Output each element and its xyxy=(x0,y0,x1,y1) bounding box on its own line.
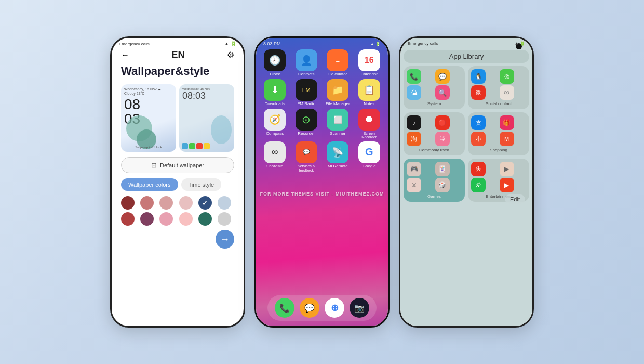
settings-icon[interactable]: ⚙ xyxy=(227,50,234,60)
tab-time-style[interactable]: Time style xyxy=(181,178,222,191)
compass-label: Compass xyxy=(266,132,284,136)
common-label: Commonly used xyxy=(407,148,462,152)
page-title: Wallpaper&style xyxy=(121,64,234,78)
color-swatch-7[interactable] xyxy=(140,212,154,226)
fi-taobao: 淘 xyxy=(407,132,421,146)
app-file-manager[interactable]: 📁 File Manager xyxy=(323,79,353,107)
system-label: System xyxy=(407,101,462,106)
files-icon: 📁 xyxy=(327,79,348,101)
dock-phone[interactable]: 📞 xyxy=(275,298,294,318)
middle-status-bar: 8:03 PM ▲ 🔋 xyxy=(256,38,388,47)
folder-shopping[interactable]: 支 🎁 小 M Shopping xyxy=(468,112,529,155)
social-folder-icons: 🐧 微 微 ∞ xyxy=(471,69,526,100)
fi-toutiao: 头 xyxy=(471,162,486,176)
fi-msg: 💬 xyxy=(435,69,450,84)
entertainment-folder-icons: 头 ▶ 爱 ▶ xyxy=(471,162,526,192)
folder-system[interactable]: 📞 💬 🌤 🔍 System xyxy=(404,66,465,109)
app-compass[interactable]: 🧭 Compass xyxy=(260,109,290,139)
left-status-bar: Emergency calls ▲ 🔋 xyxy=(112,38,244,47)
edit-button[interactable]: Edit xyxy=(505,194,525,204)
dock-messages[interactable]: 💬 xyxy=(300,298,319,318)
middle-status-icons: ▲ 🔋 xyxy=(370,42,381,46)
color-swatch-2[interactable] xyxy=(159,196,173,210)
tab-wallpaper-colors[interactable]: Wallpaper colors xyxy=(121,178,178,191)
color-swatch-0[interactable] xyxy=(121,196,135,210)
downloads-label: Downloads xyxy=(264,102,285,107)
wallpaper-thumb-right[interactable]: Wednesday, 16 Nov 08:03 xyxy=(179,84,234,152)
app-feedback[interactable]: 💬 Services &feedback xyxy=(292,141,321,172)
wp-swipe-label: Swipe up to Unlock xyxy=(135,146,162,149)
notes-icon: 📋 xyxy=(358,79,380,101)
app-recorder[interactable]: ⊙ Recorder xyxy=(292,109,321,139)
app-calendar[interactable]: 16 Calendar xyxy=(355,49,384,77)
app-scanner[interactable]: ⬜ Scanner xyxy=(323,109,353,139)
fm-icon: FM xyxy=(296,79,317,101)
language-label[interactable]: EN xyxy=(171,49,184,60)
feedback-icon: 💬 xyxy=(296,141,317,163)
color-swatch-6[interactable] xyxy=(121,212,135,226)
app-screen-recorder[interactable]: ⏺ ScreenRecorder xyxy=(355,109,384,139)
app-downloads[interactable]: ⬇ Downloads xyxy=(260,79,290,107)
folder-games[interactable]: 🎮 🃏 ⚔ 🎲 Games xyxy=(404,159,465,202)
fm-label: FM Radio xyxy=(297,102,315,107)
fi-red: 🔴 xyxy=(435,115,450,130)
app-mi-remote[interactable]: 📡 Mi Remote xyxy=(323,141,353,172)
fi-lens: 🔍 xyxy=(435,85,450,100)
shopping-folder-icons: 支 🎁 小 M xyxy=(471,115,526,146)
calculator-label: Calculator xyxy=(328,72,347,77)
app-google[interactable]: G Google xyxy=(355,141,384,172)
google-label: Google xyxy=(363,164,376,169)
calculator-icon: = xyxy=(327,49,348,71)
default-wallpaper-label: Default wallpaper xyxy=(160,162,204,168)
color-swatch-8[interactable] xyxy=(159,212,173,226)
games-label: Games xyxy=(407,194,462,199)
left-phone: Emergency calls ▲ 🔋 ← EN ⚙ Wallpaper&sty… xyxy=(110,36,245,328)
screenrec-icon: ⏺ xyxy=(358,109,380,131)
common-folder-icons: ♪ 🔴 淘 哔 xyxy=(407,115,462,146)
fi-ent2: ▶ xyxy=(500,178,514,192)
dock-camera[interactable]: 📷 xyxy=(350,298,369,318)
left-status-text: Emergency calls xyxy=(119,42,150,46)
dock-chrome[interactable]: ⊕ xyxy=(325,298,344,318)
system-folder-icons: 📞 💬 🌤 🔍 xyxy=(407,69,462,100)
app-notes[interactable]: 📋 Notes xyxy=(355,79,384,107)
clock-icon: 🕗 xyxy=(264,49,286,71)
fi-alipay: 支 xyxy=(471,115,486,130)
app-contacts[interactable]: 👤 Contacts xyxy=(292,49,321,77)
default-wallpaper-icon: ⊡ xyxy=(151,161,157,169)
color-swatch-11[interactable] xyxy=(218,212,231,226)
right-phone: Emergency calls ▲ 🔋 App Library 📞 💬 🌤 🔍 … xyxy=(399,36,534,328)
next-button[interactable]: → xyxy=(216,230,234,249)
shopping-label: Shopping xyxy=(471,148,526,152)
folder-common[interactable]: ♪ 🔴 淘 哔 Commonly used xyxy=(404,112,465,155)
back-button[interactable]: ← xyxy=(121,50,129,60)
app-fm-radio[interactable]: FM FM Radio xyxy=(292,79,321,107)
color-swatch-9[interactable] xyxy=(179,212,193,226)
fi-weather: 🌤 xyxy=(407,85,421,100)
app-grid: 🕗 Clock 👤 Contacts = Calculator 16 Calen… xyxy=(260,49,384,172)
wallpaper-thumb-left[interactable]: Wednesday, 16 Nov ☁ Cloudy 23°C 0803 Swi… xyxy=(121,84,176,152)
folder-social[interactable]: 🐧 微 微 ∞ Social contact xyxy=(468,66,529,109)
color-swatch-1[interactable] xyxy=(140,196,154,210)
feedback-label: Services &feedback xyxy=(298,164,315,172)
tab-row: Wallpaper colors Time style xyxy=(121,178,234,191)
color-swatch-5[interactable] xyxy=(218,196,231,210)
right-status-bar: Emergency calls ▲ 🔋 xyxy=(400,38,532,47)
wallpaper-preview: Wednesday, 16 Nov ☁ Cloudy 23°C 0803 Swi… xyxy=(121,84,234,152)
dock-bar: 📞 💬 ⊕ 📷 xyxy=(267,295,377,321)
google-icon: G xyxy=(358,141,380,163)
fi-ent1: ▶ xyxy=(500,162,514,176)
games-folder-icons: 🎮 🃏 ⚔ 🎲 xyxy=(407,162,462,192)
app-calculator[interactable]: = Calculator xyxy=(323,49,353,77)
default-wallpaper-button[interactable]: ⊡ Default wallpaper xyxy=(121,157,234,173)
color-swatch-4[interactable] xyxy=(198,196,212,210)
color-swatch-3[interactable] xyxy=(179,196,193,210)
contacts-label: Contacts xyxy=(298,72,315,77)
app-clock[interactable]: 🕗 Clock xyxy=(260,49,290,77)
middle-phone: 8:03 PM ▲ 🔋 🕗 Clock 👤 Contacts = Calcula… xyxy=(254,36,390,328)
color-swatch-10[interactable] xyxy=(198,212,212,226)
app-shareme[interactable]: ∞ ShareMe xyxy=(260,141,290,172)
fi-game1: 🎮 xyxy=(407,162,421,176)
fi-game2: 🃏 xyxy=(435,162,450,176)
notes-label: Notes xyxy=(364,102,374,107)
